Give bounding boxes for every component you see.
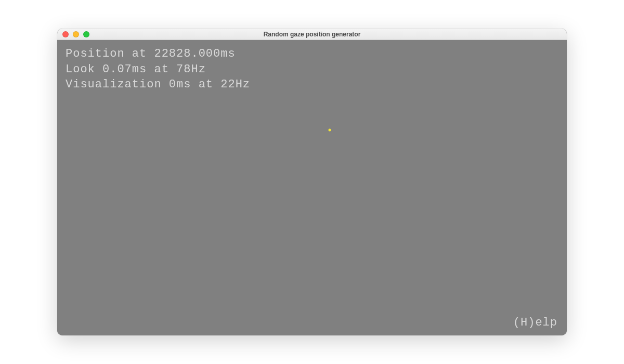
stats-position: Position at 22828.000ms: [66, 46, 250, 62]
stats-overlay: Position at 22828.000ms Look 0.07ms at 7…: [66, 46, 250, 93]
stats-visualization: Visualization 0ms at 22Hz: [66, 77, 250, 93]
minimize-icon[interactable]: [73, 31, 79, 37]
gaze-dot: [329, 129, 331, 132]
canvas[interactable]: Position at 22828.000ms Look 0.07ms at 7…: [57, 40, 567, 335]
traffic-lights: [57, 31, 89, 37]
close-icon[interactable]: [62, 31, 69, 37]
help-hint: (H)elp: [513, 316, 557, 329]
app-window: Random gaze position generator Position …: [57, 29, 567, 335]
titlebar[interactable]: Random gaze position generator: [57, 29, 567, 40]
stats-look: Look 0.07ms at 78Hz: [66, 62, 250, 77]
window-title: Random gaze position generator: [57, 31, 567, 38]
maximize-icon[interactable]: [83, 31, 89, 37]
